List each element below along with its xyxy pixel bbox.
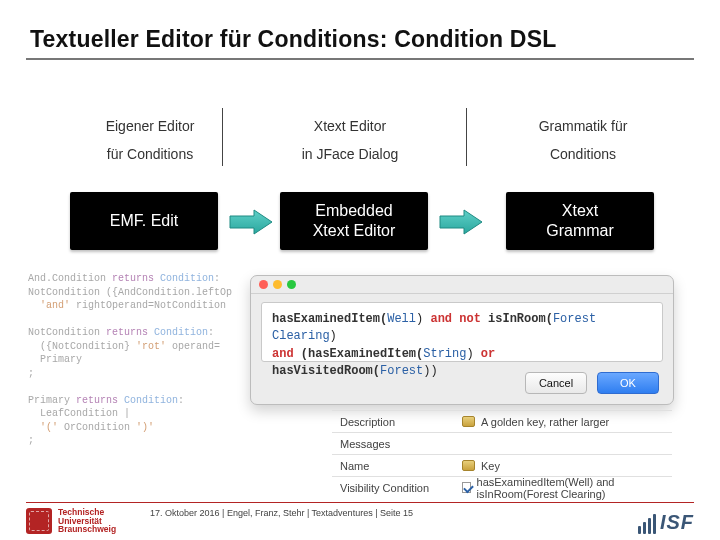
- col3-line2: Conditions: [508, 146, 658, 162]
- slide-title: Textueller Editor für Conditions: Condit…: [30, 26, 556, 53]
- col1-line2: für Conditions: [80, 146, 220, 162]
- close-icon[interactable]: [259, 280, 268, 289]
- col2-line1: Xtext Editor: [270, 118, 430, 134]
- arrow-right-icon: [438, 208, 484, 236]
- col3-line1: Grammatik für: [508, 118, 658, 134]
- box-emf-edit: EMF. Edit: [70, 192, 218, 250]
- condition-editor-input[interactable]: hasExaminedItem(Well) and not isInRoom(F…: [261, 302, 663, 362]
- footer-meta: 17. Oktober 2016 | Engel, Franz, Stehr |…: [150, 508, 413, 518]
- separator-1: [222, 108, 223, 166]
- footer-divider: [26, 502, 694, 503]
- table-row[interactable]: Messages: [332, 432, 672, 454]
- table-row[interactable]: Name Key: [332, 454, 672, 476]
- box-xtext-grammar: Xtext Grammar: [506, 192, 654, 250]
- col2-line2: in JFace Dialog: [270, 146, 430, 162]
- prop-key: Name: [332, 460, 462, 472]
- prop-key: Messages: [332, 438, 462, 450]
- box-embedded-xtext-label: Embedded Xtext Editor: [313, 201, 396, 241]
- text-icon: [462, 460, 475, 471]
- isf-logo: ISF: [638, 511, 694, 534]
- prop-value: A golden key, rather larger: [481, 416, 609, 428]
- prop-value: hasExaminedItem(Well) and isInRoom(Fores…: [477, 476, 672, 500]
- svg-marker-0: [230, 210, 272, 234]
- arrow-right-icon: [228, 208, 274, 236]
- box-emf-edit-label: EMF. Edit: [110, 211, 178, 231]
- box2-line2: Xtext Editor: [313, 222, 396, 239]
- col1-line1: Eigener Editor: [80, 118, 220, 134]
- text-icon: [462, 416, 475, 427]
- title-underline: [26, 58, 694, 60]
- condition-line-1: hasExaminedItem(Well) and not isInRoom(F…: [272, 311, 652, 346]
- prop-value: Key: [481, 460, 500, 472]
- condition-icon: [462, 482, 471, 493]
- prop-key: Description: [332, 416, 462, 428]
- table-row[interactable]: Description A golden key, rather larger: [332, 410, 672, 432]
- separator-2: [466, 108, 467, 166]
- box3-line2: Grammar: [546, 222, 614, 239]
- table-row[interactable]: Visibility Condition hasExaminedItem(Wel…: [332, 476, 672, 498]
- ok-button[interactable]: OK: [597, 372, 659, 394]
- zoom-icon[interactable]: [287, 280, 296, 289]
- tu-braunschweig-logo: Technische Universität Braunschweig: [26, 508, 136, 534]
- box2-line1: Embedded: [315, 202, 392, 219]
- properties-table: Description A golden key, rather larger …: [332, 410, 672, 498]
- box-embedded-xtext: Embedded Xtext Editor: [280, 192, 428, 250]
- box-xtext-grammar-label: Xtext Grammar: [546, 201, 614, 241]
- dialog-titlebar: [251, 276, 673, 294]
- box3-line1: Xtext: [562, 202, 598, 219]
- cancel-button[interactable]: Cancel: [525, 372, 587, 394]
- tu-seal-icon: [26, 508, 52, 534]
- isf-bars-icon: [638, 514, 656, 534]
- minimize-icon[interactable]: [273, 280, 282, 289]
- condition-dialog: hasExaminedItem(Well) and not isInRoom(F…: [250, 275, 674, 405]
- isf-text: ISF: [660, 511, 694, 534]
- svg-marker-1: [440, 210, 482, 234]
- uni-line3: Braunschweig: [58, 525, 116, 534]
- prop-key: Visibility Condition: [332, 482, 462, 494]
